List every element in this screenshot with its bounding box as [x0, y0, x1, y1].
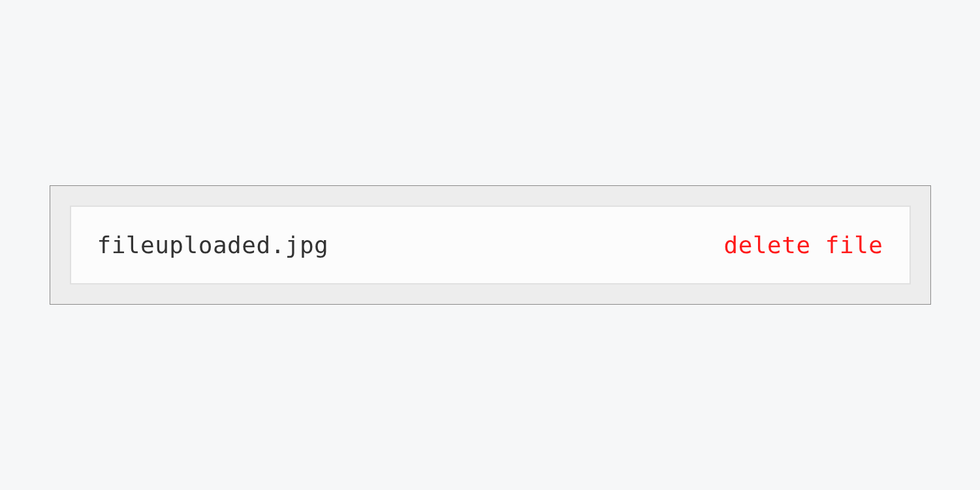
delete-file-button[interactable]: delete file — [724, 232, 883, 258]
filename-label: fileuploaded.jpg — [97, 232, 329, 258]
file-row: fileuploaded.jpg delete file — [70, 206, 911, 284]
file-upload-container: fileuploaded.jpg delete file — [50, 185, 931, 305]
